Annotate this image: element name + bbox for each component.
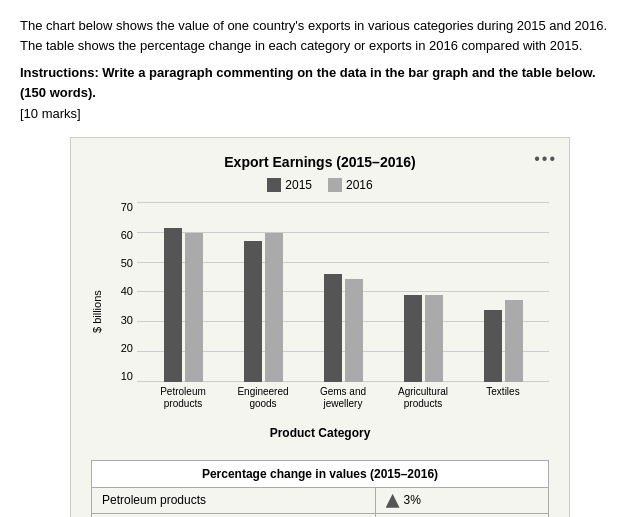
- bar-group-0: [147, 228, 219, 382]
- bar-2015-1: [244, 241, 262, 382]
- y-label-30: 30: [107, 315, 137, 326]
- legend-2016: 2016: [328, 178, 373, 192]
- legend-2016-label: 2016: [346, 178, 373, 192]
- y-axis-label: $ billions: [91, 202, 103, 422]
- bar-2016-0: [185, 233, 203, 382]
- bar-2015-3: [404, 295, 422, 382]
- bar-chart-area: $ billions 70 60 50 40 30 20 10: [91, 202, 549, 422]
- bar-2016-4: [505, 300, 523, 382]
- x-labels: PetroleumproductsEngineeredgoodsGems and…: [137, 382, 549, 422]
- table-section: Percentage change in values (2015–2016) …: [91, 460, 549, 517]
- y-label-20: 20: [107, 343, 137, 354]
- bar-2015-0: [164, 228, 182, 382]
- bar-group-3: [387, 295, 459, 382]
- bar-2016-3: [425, 295, 443, 382]
- table-percent-0: 3%: [404, 493, 421, 507]
- legend-2015-box: [267, 178, 281, 192]
- y-label-40: 40: [107, 286, 137, 297]
- intro-text: The chart below shows the value of one c…: [20, 16, 620, 55]
- chart-inner: 70 60 50 40 30 20 10 Petroleumprod: [107, 202, 549, 422]
- bar-group-1: [227, 233, 299, 382]
- legend-2016-box: [328, 178, 342, 192]
- bar-2015-4: [484, 310, 502, 382]
- x-label-3: Agriculturalproducts: [387, 382, 459, 422]
- chart-legend: 2015 2016: [91, 178, 549, 192]
- y-label-10: 10: [107, 371, 137, 382]
- bar-2016-1: [265, 233, 283, 382]
- chart-title: Export Earnings (2015–2016): [91, 154, 549, 170]
- table-header: Percentage change in values (2015–2016): [92, 461, 549, 488]
- x-label-2: Gems andjewellery: [307, 382, 379, 422]
- instructions-text: Instructions: Write a paragraph commenti…: [20, 63, 620, 102]
- x-label-0: Petroleumproducts: [147, 382, 219, 422]
- table-row-1: Engineered goods8.5%: [92, 513, 549, 517]
- y-label-70: 70: [107, 202, 137, 213]
- y-label-60: 60: [107, 230, 137, 241]
- arrow-up-icon: [386, 494, 400, 508]
- table-category-1: Engineered goods: [92, 513, 376, 517]
- more-options-icon[interactable]: •••: [534, 150, 557, 168]
- y-label-50: 50: [107, 258, 137, 269]
- legend-2015: 2015: [267, 178, 312, 192]
- bar-2015-2: [324, 274, 342, 382]
- table-value-1: 8.5%: [375, 513, 548, 517]
- chart-container: ••• Export Earnings (2015–2016) 2015 201…: [70, 137, 570, 517]
- table-value-0: 3%: [375, 488, 548, 514]
- table-row-0: Petroleum products3%: [92, 488, 549, 514]
- x-axis-title: Product Category: [91, 426, 549, 440]
- x-label-1: Engineeredgoods: [227, 382, 299, 422]
- x-label-4: Textiles: [467, 382, 539, 422]
- data-table: Percentage change in values (2015–2016) …: [91, 460, 549, 517]
- y-labels: 70 60 50 40 30 20 10: [107, 202, 137, 382]
- bar-group-2: [307, 274, 379, 382]
- table-category-0: Petroleum products: [92, 488, 376, 514]
- legend-2015-label: 2015: [285, 178, 312, 192]
- bar-2016-2: [345, 279, 363, 382]
- marks-text: [10 marks]: [20, 106, 620, 121]
- bar-group-4: [467, 300, 539, 382]
- bars-row: [137, 202, 549, 382]
